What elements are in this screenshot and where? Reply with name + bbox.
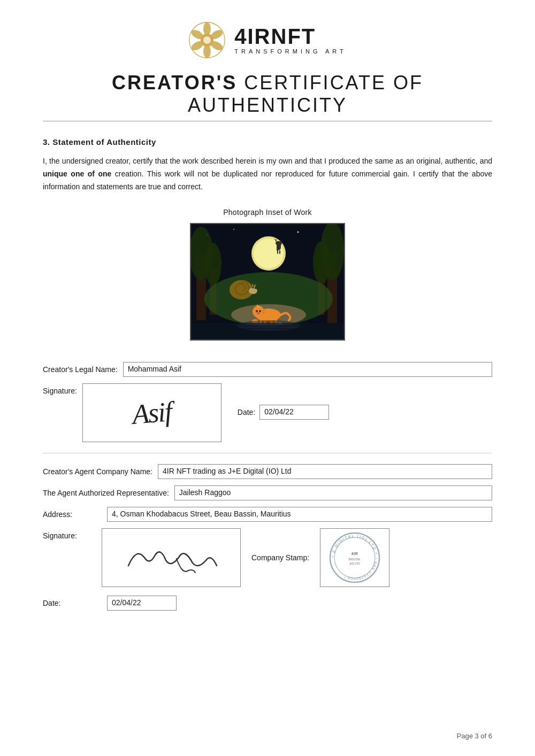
svg-line-56 — [263, 310, 265, 311]
agent-date-label: Date: — [43, 599, 102, 607]
photo-section: Photograph Inset of Work — [43, 208, 492, 343]
logo-main-text: 4IRNFT — [234, 26, 316, 47]
authenticity-statement: I, the undersigned creator, certify that… — [43, 155, 492, 193]
svg-point-13 — [233, 229, 234, 230]
svg-rect-33 — [279, 250, 280, 254]
creator-date-input[interactable]: 02/04/22 — [259, 405, 329, 420]
address-label: Address: — [43, 510, 102, 519]
certificate-page: 4IRNFT TRANSFORMING ART CREATOR'S CERTIF… — [0, 0, 535, 756]
company-stamp-label: Company Stamp: — [251, 553, 309, 562]
agent-signature-row: Signature: Company Stamp: — [43, 528, 492, 587]
company-name-input[interactable]: 4IR NFT trading as J+E Digital (IO) Ltd — [158, 464, 492, 479]
company-name-label: Creator's Agent Company Name: — [43, 467, 152, 476]
page-number: Page 3 of 6 — [457, 732, 493, 740]
section-3: 3. Statement of Authenticity I, the unde… — [43, 137, 492, 193]
logo-icon — [188, 21, 226, 59]
legal-name-label: Creator's Legal Name: — [43, 365, 118, 374]
svg-point-43 — [255, 288, 256, 289]
signature-label: Signature: — [43, 383, 77, 395]
title-bold: CREATOR'S — [112, 72, 237, 94]
svg-text:(IO) LTD: (IO) LTD — [350, 562, 360, 565]
company-stamp-area: Company Stamp: * E DIGITAL (IO) LTD * — [251, 528, 389, 587]
company-name-row: Creator's Agent Company Name: 4IR NFT tr… — [43, 464, 492, 479]
svg-point-8 — [203, 36, 211, 44]
address-input[interactable]: 4, Osman Khodabacus Street, Beau Bassin,… — [107, 507, 492, 522]
creator-signature-row: Signature: Asif Date: 02/04/22 — [43, 383, 492, 442]
svg-rect-32 — [277, 250, 278, 254]
agent-signature-box[interactable] — [102, 528, 241, 587]
agent-section: Creator's Agent Company Name: 4IR NFT tr… — [43, 464, 492, 611]
address-row: Address: 4, Osman Khodabacus Street, Bea… — [43, 507, 492, 522]
agent-rep-row: The Agent Authorized Representative: Jai… — [43, 485, 492, 500]
company-stamp-svg: * E DIGITAL (IO) LTD * * BRN CY6780068 *… — [328, 531, 381, 584]
svg-point-25 — [313, 241, 330, 284]
certificate-title: CREATOR'S CERTIFICATE OF AUTHENTICITY — [43, 72, 492, 117]
statement-text-1: I, the undersigned creator, certify that… — [43, 157, 492, 165]
photo-label: Photograph Inset of Work — [43, 208, 492, 217]
svg-point-53 — [256, 310, 258, 312]
section-divider — [43, 453, 492, 453]
svg-point-1 — [203, 22, 211, 36]
svg-point-31 — [277, 244, 281, 250]
logo-sub-text: TRANSFORMING ART — [234, 48, 346, 55]
svg-point-4 — [203, 45, 211, 58]
svg-point-14 — [297, 232, 299, 233]
photo-frame — [190, 223, 345, 341]
svg-point-21 — [204, 243, 221, 286]
svg-point-55 — [257, 312, 260, 314]
svg-text:4IR: 4IR — [351, 552, 358, 556]
logo-text: 4IRNFT TRANSFORMING ART — [234, 26, 346, 55]
legal-name-input[interactable]: Mohammad Asif — [123, 362, 492, 377]
company-stamp-box: * E DIGITAL (IO) LTD * * BRN CY6780068 *… — [320, 528, 389, 587]
statement-bold: unique one of one — [43, 169, 111, 178]
svg-text:* BRN CY6780068 *: * BRN CY6780068 * — [343, 558, 378, 581]
creator-signature-text: Asif — [131, 396, 173, 430]
date-label: Date: — [238, 408, 255, 416]
creator-signature-box[interactable]: Asif — [82, 383, 221, 442]
rep-label: The Agent Authorized Representative: — [43, 489, 169, 497]
creator-date-block: Date: 02/04/22 — [238, 383, 329, 420]
agent-date-row: Date: 02/04/22 — [43, 596, 492, 611]
svg-point-50 — [253, 306, 264, 318]
svg-text:DIGITAL: DIGITAL — [349, 558, 362, 561]
svg-point-54 — [259, 310, 261, 312]
svg-point-47 — [255, 283, 257, 285]
svg-point-65 — [236, 320, 301, 331]
svg-line-57 — [263, 312, 265, 313]
rep-input[interactable]: Jailesh Raggoo — [174, 485, 492, 500]
agent-signature-svg — [118, 536, 225, 579]
title-divider — [43, 121, 492, 121]
svg-point-48 — [251, 282, 254, 284]
header: 4IRNFT TRANSFORMING ART — [43, 21, 492, 59]
agent-date-input[interactable]: 02/04/22 — [107, 596, 177, 611]
svg-point-44 — [253, 287, 254, 289]
creator-name-row: Creator's Legal Name: Mohammad Asif — [43, 362, 492, 377]
agent-signature-label: Signature: — [43, 528, 96, 540]
art-scene-svg — [191, 224, 345, 341]
section-heading: 3. Statement of Authenticity — [43, 137, 492, 146]
